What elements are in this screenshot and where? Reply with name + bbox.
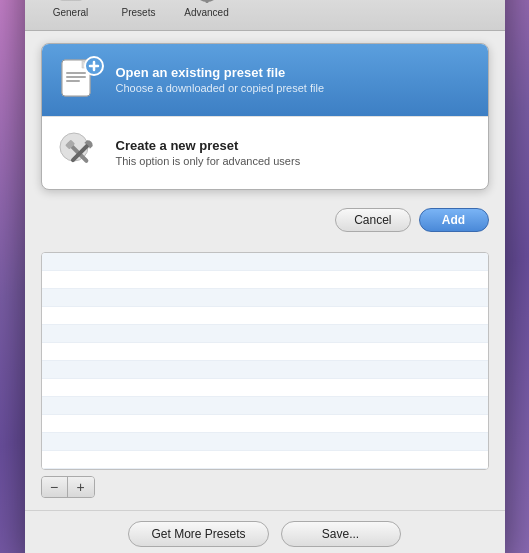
- toolbar-presets-label: Presets: [122, 7, 156, 18]
- list-row: [42, 325, 488, 343]
- svg-rect-14: [205, 0, 208, 3]
- list-row: [42, 433, 488, 451]
- main-window: Presets — General: [25, 0, 505, 553]
- svg-rect-25: [66, 72, 86, 74]
- svg-rect-0: [59, 0, 83, 1]
- advanced-icon: [191, 0, 223, 5]
- svg-rect-27: [66, 80, 80, 82]
- option-create-new-text: Create a new preset This option is only …: [116, 138, 301, 167]
- add-button[interactable]: Add: [419, 208, 489, 232]
- list-row: [42, 379, 488, 397]
- list-row: [42, 289, 488, 307]
- option-create-new[interactable]: Create a new preset This option is only …: [42, 116, 488, 189]
- option-open-existing[interactable]: Open an existing preset file Choose a do…: [42, 44, 488, 116]
- add-preset-button[interactable]: +: [68, 477, 94, 497]
- remove-preset-button[interactable]: −: [42, 477, 68, 497]
- cancel-button[interactable]: Cancel: [335, 208, 410, 232]
- svg-rect-26: [66, 76, 86, 78]
- dialog-options-box: Open an existing preset file Choose a do…: [41, 43, 489, 190]
- list-row: [42, 415, 488, 433]
- list-row: [42, 343, 488, 361]
- toolbar-advanced-label: Advanced: [184, 7, 228, 18]
- option-open-existing-title: Open an existing preset file: [116, 65, 325, 80]
- toolbar-item-presets[interactable]: Presets: [109, 0, 169, 22]
- bottom-bar: Get More Presets Save...: [25, 510, 505, 554]
- save-button[interactable]: Save...: [281, 521, 401, 547]
- option-open-existing-text: Open an existing preset file Choose a do…: [116, 65, 325, 94]
- toolbar-item-general[interactable]: General: [41, 0, 101, 22]
- option-create-new-title: Create a new preset: [116, 138, 301, 153]
- list-row: [42, 307, 488, 325]
- preset-file-icon: [56, 56, 104, 104]
- list-row: [42, 271, 488, 289]
- list-row: [42, 397, 488, 415]
- list-row: [42, 361, 488, 379]
- list-row: [42, 253, 488, 271]
- toolbar-item-advanced[interactable]: Advanced: [177, 0, 237, 22]
- presets-list[interactable]: [41, 252, 489, 470]
- wrench-icon: [56, 129, 104, 177]
- list-controls: − +: [41, 476, 95, 498]
- dialog-buttons: Cancel Add: [41, 202, 489, 238]
- list-row: [42, 451, 488, 469]
- toolbar-general-label: General: [53, 7, 89, 18]
- toolbar: General Presets: [25, 0, 505, 31]
- get-more-presets-button[interactable]: Get More Presets: [128, 521, 268, 547]
- option-open-existing-desc: Choose a downloaded or copied preset fil…: [116, 82, 325, 94]
- dialog-area: Open an existing preset file Choose a do…: [25, 31, 505, 510]
- option-create-new-desc: This option is only for advanced users: [116, 155, 301, 167]
- general-icon: [55, 0, 87, 5]
- presets-icon: [123, 0, 155, 5]
